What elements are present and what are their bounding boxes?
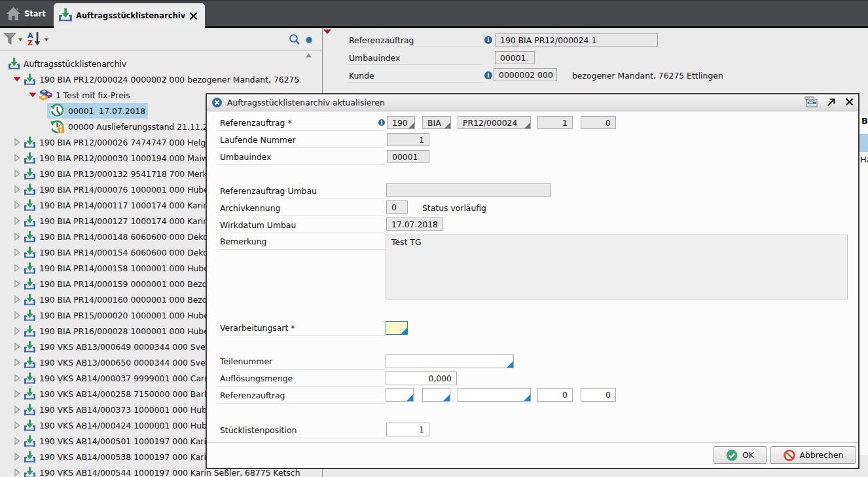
expand-collapse-icon-collapsed[interactable] (13, 421, 24, 429)
referenzauftrag-umbau-field[interactable] (386, 183, 551, 197)
tab-document-label: Auftragsstücklistenarchiv (76, 11, 185, 20)
tab-start[interactable]: Start (0, 1, 54, 26)
grid-area (859, 115, 868, 455)
expand-collapse-icon-collapsed[interactable] (13, 185, 24, 193)
label-underline (348, 64, 483, 65)
referenzauftrag2-firma-field[interactable] (386, 388, 414, 402)
referenzauftrag2-art-field[interactable] (422, 388, 450, 402)
expand-collapse-icon-collapsed[interactable] (13, 264, 24, 272)
info-icon[interactable]: i (378, 119, 385, 126)
teilenummer-field[interactable] (386, 354, 514, 368)
record-indicator-icon (306, 37, 312, 43)
field-label: Stücklistenposition (220, 425, 297, 435)
referenzauftrag2-nummer-field[interactable] (458, 388, 531, 402)
bom-icon (39, 88, 52, 102)
filter-icon[interactable] (3, 32, 17, 46)
referenzauftrag-unterpos-field[interactable]: 0 (581, 116, 616, 129)
expand-collapse-icon-collapsed[interactable] (13, 280, 24, 288)
tree-item-label: 00001 17.07.2018 (68, 106, 145, 116)
referenzauftrag-firma-field[interactable]: 190 (387, 116, 415, 129)
field-label: Auflösungsmenge (220, 373, 293, 383)
expand-collapse-icon-collapsed[interactable] (13, 138, 24, 146)
archive-icon (24, 278, 36, 290)
archive-icon (24, 388, 36, 400)
expand-collapse-icon-collapsed[interactable] (13, 437, 24, 445)
referenzauftrag-pos-field[interactable]: 1 (537, 116, 573, 129)
ok-button-label: OK (742, 450, 754, 460)
sort-az-icon[interactable]: A Z (27, 31, 43, 48)
filter-dropdown-icon[interactable] (18, 38, 23, 41)
referenzauftrag-art-field[interactable]: BIA (422, 116, 451, 129)
archive-icon (24, 215, 36, 227)
info-icon[interactable]: i (484, 71, 492, 79)
referenzauftrag2-unterpos-field[interactable]: 0 (581, 388, 616, 402)
kunde-display: 0000002 000 (494, 68, 557, 81)
tree-item[interactable]: Auftragsstücklistenarchiv (0, 56, 322, 71)
archive-icon (8, 58, 20, 70)
expand-collapse-icon-expanded[interactable] (29, 91, 39, 99)
bemerkung-textarea[interactable]: Test TG (386, 235, 848, 299)
expand-collapse-icon-collapsed[interactable] (13, 327, 24, 335)
stuecklistenposition-field[interactable]: 1 (386, 423, 429, 436)
archivkennung-field[interactable]: 0 (386, 200, 408, 214)
expand-collapse-icon-collapsed[interactable] (13, 374, 24, 382)
expand-collapse-icon-collapsed[interactable] (13, 453, 24, 461)
field-label: Referenzauftrag (349, 35, 414, 45)
label-underline (217, 147, 385, 148)
field-label: Referenzauftrag * (220, 118, 292, 128)
field-label: Verarbeitungsart * (220, 323, 295, 333)
umbauindex-field[interactable]: 00001 (387, 150, 429, 163)
laufende-nummer-field[interactable]: 1 (387, 133, 429, 146)
tab-start-label: Start (24, 9, 46, 18)
expand-collapse-icon-collapsed[interactable] (13, 406, 24, 413)
expand-collapse-icon-collapsed[interactable] (13, 154, 24, 162)
label-underline (217, 130, 385, 131)
splitter-collapse-icon[interactable] (323, 29, 331, 34)
tree-selection[interactable]: 00001 17.07.2018 (47, 103, 148, 119)
expand-collapse-icon-collapsed[interactable] (13, 343, 24, 351)
select-view-icon[interactable] (805, 96, 818, 107)
aufloesungsmenge-field[interactable]: 0,000 (386, 372, 457, 385)
label-underline (217, 199, 385, 199)
cancel-button[interactable]: Abbrechen (770, 446, 856, 464)
label-underline (217, 386, 385, 387)
expand-collapse-icon-collapsed[interactable] (13, 390, 24, 398)
expand-collapse-icon-collapsed[interactable] (13, 311, 24, 319)
info-icon[interactable]: i (484, 36, 492, 44)
tree-item[interactable]: 190 BIA PR12/000024 0000002 000 bezogene… (0, 71, 322, 87)
verarbeitungsart-field[interactable] (386, 321, 408, 335)
field-label: Referenzauftrag Umbau (220, 186, 317, 196)
tab-document[interactable]: Auftragsstücklistenarchiv (54, 3, 205, 28)
expand-collapse-icon-collapsed[interactable] (13, 296, 24, 303)
archive-icon (24, 419, 36, 432)
home-icon (6, 7, 21, 21)
detach-window-icon[interactable] (827, 98, 836, 107)
expand-collapse-icon-collapsed[interactable] (13, 201, 24, 209)
sort-dropdown-icon[interactable] (44, 38, 49, 41)
expand-collapse-icon-expanded[interactable] (13, 75, 24, 83)
expand-collapse-icon-collapsed[interactable] (13, 217, 24, 225)
dialog-header[interactable]: Auftragsstücklistenarchiv aktualisieren (207, 94, 858, 111)
expand-collapse-icon-collapsed[interactable] (13, 170, 24, 178)
dialog-close-icon[interactable] (845, 98, 854, 106)
tree-item-label: 00000 Auslieferungsstand 21.11.2018 (68, 122, 223, 132)
field-label: Umbauindex (349, 53, 400, 63)
grid-cell: Ha (860, 155, 868, 164)
wirkdatum-umbau-field[interactable]: 17.07.2018 (386, 218, 443, 231)
field-label: Referenzauftrag (220, 391, 285, 400)
archive-icon (24, 199, 36, 212)
expand-collapse-icon-collapsed[interactable] (13, 468, 24, 476)
umbauindex-display: 00001 (495, 51, 535, 64)
ok-button[interactable]: OK (714, 446, 767, 464)
field-label: Kunde (349, 71, 374, 81)
label-underline (217, 249, 385, 250)
tab-close-icon[interactable] (189, 12, 198, 20)
archive-icon (24, 451, 36, 463)
search-icon[interactable] (289, 33, 300, 45)
expand-collapse-icon-collapsed[interactable] (13, 358, 24, 366)
archive-icon (24, 325, 36, 337)
expand-collapse-icon-collapsed[interactable] (13, 248, 24, 256)
expand-collapse-icon-collapsed[interactable] (13, 233, 24, 240)
referenzauftrag-nummer-field[interactable]: PR12/000024 (458, 116, 531, 129)
referenzauftrag2-pos-field[interactable]: 0 (537, 388, 573, 402)
